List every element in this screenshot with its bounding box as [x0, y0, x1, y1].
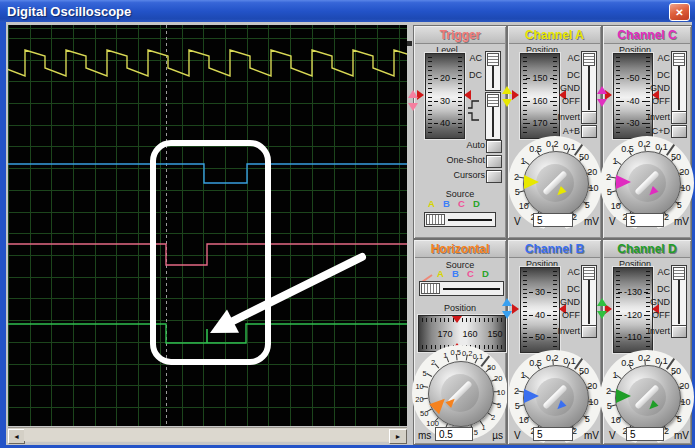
source-channel-letter[interactable]: A [437, 268, 444, 279]
invert-button[interactable] [581, 325, 597, 338]
unit-right-label: mV [584, 430, 599, 441]
meter-scale-row: 50 [521, 332, 559, 342]
meter-dash [529, 337, 533, 338]
channel_b-coupling-fader[interactable] [581, 265, 597, 327]
source-channel-letter[interactable]: B [443, 198, 450, 209]
scrollbar-track[interactable] [24, 429, 390, 441]
panel-header: Channel B [509, 241, 600, 258]
trigger-auto-button[interactable] [486, 140, 502, 153]
meter-marker-left[interactable] [512, 304, 519, 314]
fader-thumb[interactable] [673, 267, 685, 280]
trigger-edge-fader[interactable] [485, 92, 501, 140]
knob-cap[interactable] [536, 378, 574, 416]
knob-scale-value: 5 [585, 414, 590, 424]
coupling-label: OFF [652, 310, 670, 320]
trigger-oneshot-button[interactable] [486, 155, 502, 168]
title-bar[interactable]: Digital Oscilloscope ✕ [0, 0, 695, 22]
unit-left-label: V [514, 430, 521, 441]
unit-right-label: µs [492, 430, 503, 441]
close-button[interactable]: ✕ [669, 3, 690, 21]
meter-scale-row: -120 [614, 310, 652, 320]
coupling-label: OFF [562, 310, 580, 320]
meter-dash [529, 292, 533, 293]
scroll-left-icon: ◄ [13, 433, 20, 440]
invert-button[interactable] [671, 325, 687, 338]
meter-scale-value: 160 [532, 96, 547, 106]
arrow-down-icon [597, 311, 607, 319]
meter-dash [642, 123, 646, 124]
scroll-left-button[interactable]: ◄ [8, 429, 25, 444]
meter-scale-row: 30 [521, 287, 559, 297]
meter-scale-row: -130 [614, 287, 652, 297]
meter-scale-value: 20 [440, 73, 450, 83]
trigger-coupling-fader[interactable] [485, 51, 501, 91]
fader-thumb[interactable] [487, 94, 499, 107]
sum-label: A+B [563, 126, 580, 136]
trigger-level-meter[interactable]: 203040 [425, 53, 465, 139]
trigger-level-indicator[interactable] [408, 90, 418, 111]
trigger-mode-label: Cursors [453, 170, 485, 180]
position-marker-top[interactable] [452, 316, 462, 323]
horizontal-source-slider[interactable] [419, 281, 504, 296]
meter-marker-left[interactable] [512, 90, 519, 100]
channel_c-position-meter[interactable]: -50-40-30 [613, 53, 653, 139]
invert-button[interactable] [581, 111, 597, 124]
source-channel-letter[interactable]: C [458, 198, 465, 209]
slider-thumb[interactable] [421, 283, 440, 294]
source-channel-letter[interactable]: B [452, 268, 459, 279]
arrow-down-icon [502, 99, 512, 107]
source-channel-letter[interactable]: A [428, 198, 435, 209]
meter-dash [620, 78, 624, 79]
meter-scale-value: 150 [487, 329, 502, 339]
channel-d-position-indicator[interactable] [597, 298, 607, 319]
channel_a-position-meter[interactable]: 150160170 [520, 53, 560, 139]
source-channel-letter[interactable]: D [473, 198, 480, 209]
coupling-label: AC [567, 267, 580, 277]
arrow-up-icon [597, 86, 607, 94]
fader-thumb[interactable] [487, 53, 499, 66]
meter-scale-row: 40 [426, 118, 464, 128]
channel_d-coupling-fader[interactable] [671, 265, 687, 327]
channel_a-coupling-fader[interactable] [581, 51, 597, 113]
meter-dash [618, 292, 622, 293]
meter-scale-value: 50 [535, 332, 545, 342]
knob-cap[interactable] [536, 164, 574, 202]
sum-button[interactable] [671, 125, 687, 138]
source-channel-letter[interactable]: C [467, 268, 474, 279]
channel-c-panel: Channel CPosition-50-40-30ACDCGNDOFFInve… [602, 25, 692, 239]
window-title: Digital Oscilloscope [7, 4, 131, 19]
channel_b-position-meter[interactable]: 304050 [520, 267, 560, 353]
channel_c-coupling-fader[interactable] [671, 51, 687, 113]
horizontal-value-box[interactable]: 0.5 [435, 427, 473, 441]
panel-header: Channel C [604, 27, 690, 44]
knob-scale-value: 0.1 [473, 352, 483, 361]
annotation-rounded-rect [153, 143, 268, 362]
channel-b-position-indicator[interactable] [502, 298, 512, 319]
channel_d-position-meter[interactable]: -130-120-110 [613, 267, 653, 353]
horizontal-scrollbar[interactable]: ◄ ► [8, 427, 407, 442]
arrow-up-icon [502, 298, 512, 306]
slider-thumb[interactable] [426, 214, 445, 225]
channel-a-position-indicator[interactable] [502, 86, 512, 107]
channel_b-value-box[interactable]: 5 [533, 427, 573, 441]
fader-thumb[interactable] [673, 53, 685, 66]
sum-button[interactable] [581, 125, 597, 138]
trigger-cursors-button[interactable] [486, 170, 502, 183]
invert-button[interactable] [671, 111, 687, 124]
source-channel-letter[interactable]: D [482, 268, 489, 279]
fader-thumb[interactable] [583, 53, 595, 66]
knob-cap[interactable] [628, 378, 666, 416]
channel_d-value-box[interactable]: 5 [626, 427, 664, 441]
scroll-right-button[interactable]: ► [389, 429, 407, 444]
arrow-up-icon [502, 86, 512, 94]
meter-marker-left[interactable] [417, 90, 424, 100]
fader-thumb[interactable] [583, 267, 595, 280]
channel_a-value-box[interactable]: 5 [533, 213, 573, 227]
oscilloscope-display[interactable] [8, 25, 407, 426]
channel-c-position-indicator[interactable] [597, 86, 607, 107]
coupling-label: GND [560, 297, 580, 307]
knob-cap[interactable] [628, 164, 666, 202]
channel_c-value-box[interactable]: 5 [626, 213, 664, 227]
trigger-source-slider[interactable] [424, 212, 496, 227]
meter-dash [550, 101, 554, 102]
